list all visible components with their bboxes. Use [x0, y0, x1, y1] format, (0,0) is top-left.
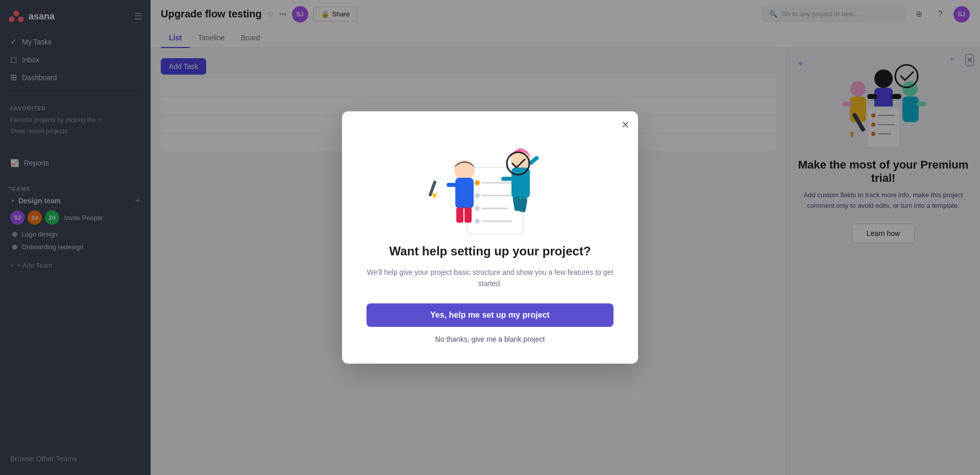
modal-secondary-link[interactable]: No thanks, give me a blank project [435, 335, 545, 343]
modal-overlay: ✕ [0, 0, 980, 475]
svg-rect-34 [447, 183, 457, 187]
modal-title: Want help setting up your project? [389, 244, 591, 258]
modal-illustration [419, 132, 561, 244]
svg-point-24 [475, 180, 480, 185]
svg-point-32 [454, 160, 475, 180]
svg-rect-38 [464, 207, 472, 223]
svg-point-26 [475, 193, 480, 198]
svg-rect-33 [455, 178, 474, 208]
svg-marker-36 [432, 193, 437, 199]
modal-close-button[interactable]: ✕ [621, 120, 630, 130]
modal: ✕ [342, 111, 638, 364]
modal-description: We'll help give your project basic struc… [366, 267, 614, 290]
svg-rect-42 [501, 177, 512, 181]
svg-rect-40 [511, 168, 530, 198]
svg-point-30 [475, 219, 480, 224]
svg-point-28 [475, 206, 480, 211]
svg-rect-37 [456, 207, 463, 223]
modal-primary-button[interactable]: Yes, help me set up my project [366, 303, 614, 327]
